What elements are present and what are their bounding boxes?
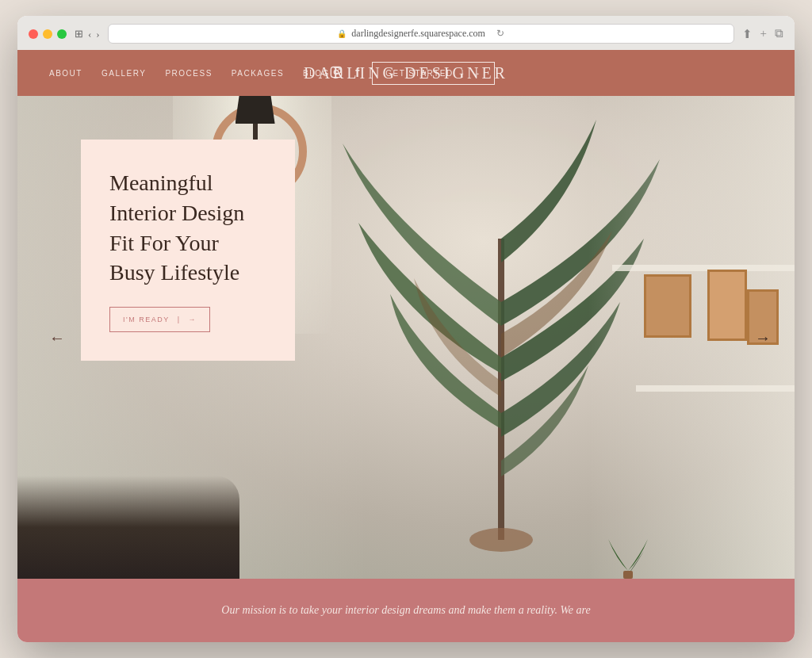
nav-link-packages[interactable]: Packages xyxy=(232,69,284,78)
maximize-button[interactable] xyxy=(57,29,67,39)
prev-arrow[interactable]: ← xyxy=(49,328,65,346)
nav-link-gallery[interactable]: Gallery xyxy=(102,69,146,78)
new-tab-icon[interactable]: + xyxy=(760,27,767,41)
browser-chrome: ⊞ ‹ › 🔒 darlingdesignerfe.squarespace.co… xyxy=(17,16,795,50)
small-plant xyxy=(604,515,652,579)
forward-button[interactable]: › xyxy=(96,28,99,40)
hero-heading: Meaningful Interior Design Fit For Your … xyxy=(109,168,266,288)
svg-point-4 xyxy=(469,528,533,552)
share-icon[interactable]: ⬆ xyxy=(742,27,753,41)
copy-icon[interactable]: ⧉ xyxy=(775,27,783,41)
traffic-lights xyxy=(29,29,67,39)
hero-text-card: Meaningful Interior Design Fit For Your … xyxy=(81,140,295,361)
hero-cta-separator: | xyxy=(178,316,181,323)
browser-actions: ⬆ + ⧉ xyxy=(742,27,783,41)
browser-window: ⊞ ‹ › 🔒 darlingdesignerfe.squarespace.co… xyxy=(17,16,795,642)
im-ready-button[interactable]: I'm Ready | → xyxy=(109,307,210,332)
lock-icon: 🔒 xyxy=(337,29,347,38)
svg-rect-5 xyxy=(623,571,633,579)
hero-section: Meaningful Interior Design Fit For Your … xyxy=(17,96,795,579)
frame-1 xyxy=(644,274,691,338)
browser-controls: ⊞ ‹ › xyxy=(75,28,100,40)
nav-link-about[interactable]: About xyxy=(49,69,82,78)
mission-text: Our mission is to take your interior des… xyxy=(221,602,590,619)
nav-left: About Gallery Process Packages Blog xyxy=(49,69,330,78)
shelf-line-2 xyxy=(636,385,795,392)
shelf-line-1 xyxy=(612,265,795,271)
nav-link-process[interactable]: Process xyxy=(165,69,212,78)
url-text: darlingdesignerfe.squarespace.com xyxy=(351,28,485,40)
close-button[interactable] xyxy=(29,29,38,39)
site-logo[interactable]: Darling Designer xyxy=(304,64,508,82)
address-bar[interactable]: 🔒 darlingdesignerfe.squarespace.com ↻ xyxy=(108,24,734,44)
nav-wrapper: About Gallery Process Packages Blog Darl… xyxy=(49,62,763,85)
next-arrow[interactable]: → xyxy=(755,328,771,346)
minimize-button[interactable] xyxy=(43,29,52,39)
refresh-icon[interactable]: ↻ xyxy=(496,28,504,40)
back-button[interactable]: ‹ xyxy=(88,28,91,40)
bottom-section: Our mission is to take your interior des… xyxy=(17,579,795,642)
sofa-decoration xyxy=(17,476,239,579)
tab-icon[interactable]: ⊞ xyxy=(75,28,83,40)
website: About Gallery Process Packages Blog Darl… xyxy=(17,50,795,642)
frame-2 xyxy=(707,270,747,341)
main-nav: About Gallery Process Packages Blog Darl… xyxy=(17,50,795,96)
